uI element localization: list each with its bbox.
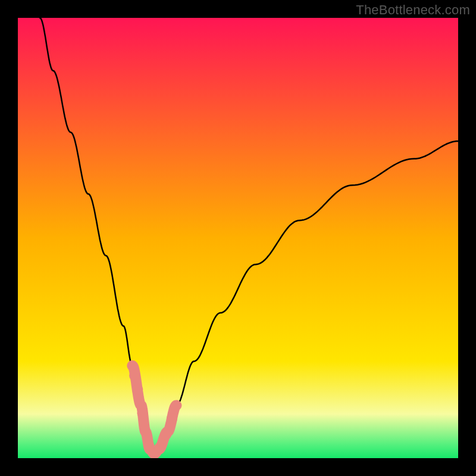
highlight-dot bbox=[129, 370, 140, 381]
highlight-dot bbox=[154, 442, 165, 453]
highlight-dot bbox=[132, 384, 143, 395]
highlight-dot bbox=[137, 408, 148, 419]
gradient-background bbox=[18, 18, 458, 458]
chart-svg bbox=[18, 18, 458, 458]
chart-container: TheBottleneck.com bbox=[0, 0, 476, 476]
plot-area bbox=[18, 18, 458, 458]
highlight-dot bbox=[167, 413, 177, 424]
watermark-text: TheBottleneck.com bbox=[356, 2, 470, 18]
highlight-dot bbox=[161, 429, 171, 440]
